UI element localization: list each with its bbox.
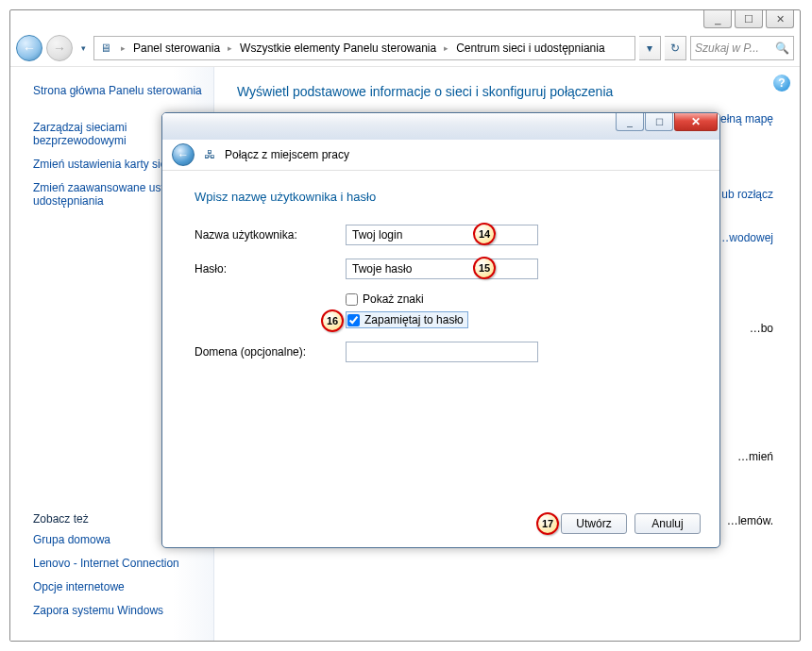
breadcrumb-sep-icon: ▸ <box>121 43 126 53</box>
dialog-minimize-button[interactable]: ⎯ <box>616 113 644 131</box>
dialog-back-button[interactable]: ← <box>172 143 195 166</box>
domain-field[interactable] <box>346 342 538 362</box>
dialog-close-button[interactable]: ✕ <box>674 113 718 131</box>
location-icon: 🖥 <box>98 41 113 56</box>
show-chars-label: Pokaż znaki <box>363 292 424 306</box>
breadcrumb-sep-icon: ▸ <box>444 43 448 53</box>
domain-label: Domena (opcjonalne): <box>195 345 346 359</box>
window-caption-buttons: ⎯ ☐ ✕ <box>703 10 794 28</box>
remember-password-label: Zapamiętaj to hasło <box>364 313 464 326</box>
address-dropdown-icon[interactable]: ▾ <box>639 36 661 60</box>
connect-workplace-dialog: ⎯ ☐ ✕ ← 🖧 Połącz z miejscem pracy Wpisz … <box>161 112 720 548</box>
maximize-button[interactable]: ☐ <box>735 10 763 28</box>
password-label: Hasło: <box>195 262 346 275</box>
annotation-16: 16 <box>321 309 344 332</box>
create-button[interactable]: Utwórz <box>561 513 627 534</box>
search-input[interactable]: Szukaj w P... 🔍 <box>690 36 794 60</box>
dialog-header: ← 🖧 Połącz z miejscem pracy <box>162 140 719 171</box>
dialog-title: Połącz z miejscem pracy <box>225 148 349 161</box>
search-icon: 🔍 <box>775 42 789 55</box>
help-icon[interactable]: ? <box>773 75 790 92</box>
remember-password-checkbox[interactable] <box>347 314 360 326</box>
sidebar-item-home[interactable]: Strona główna Panelu sterowania <box>33 84 204 97</box>
refresh-button[interactable]: ↻ <box>665 36 686 60</box>
breadcrumb-sep-icon: ▸ <box>228 43 232 53</box>
workplace-icon: 🖧 <box>202 147 217 162</box>
sidebar-item-lenovo[interactable]: Lenovo - Internet Connection <box>33 557 204 570</box>
dialog-heading: Wpisz nazwę użytkownika i hasło <box>195 190 687 204</box>
minimize-button[interactable]: ⎯ <box>703 10 732 28</box>
breadcrumb[interactable]: Wszystkie elementy Panelu sterowania <box>240 42 436 55</box>
dialog-footer: 17 Utwórz Anuluj <box>561 513 701 534</box>
history-dropdown-icon[interactable]: ▾ <box>76 41 90 56</box>
back-button[interactable]: ← <box>16 35 42 61</box>
forward-button[interactable]: → <box>46 35 73 61</box>
address-bar[interactable]: 🖥 ▸ Panel sterowania ▸ Wszystkie element… <box>93 36 635 60</box>
sidebar-item-internet-options[interactable]: Opcje internetowe <box>33 580 204 593</box>
nav-toolbar: ← → ▾ 🖥 ▸ Panel sterowania ▸ Wszystkie e… <box>10 30 800 67</box>
show-chars-checkbox[interactable] <box>346 293 358 306</box>
page-title: Wyświetl podstawowe informacje o sieci i… <box>237 84 777 99</box>
cancel-button[interactable]: Anuluj <box>634 513 701 534</box>
breadcrumb[interactable]: Centrum sieci i udostępniania <box>456 42 604 55</box>
password-field[interactable] <box>346 259 538 279</box>
breadcrumb[interactable]: Panel sterowania <box>133 42 220 55</box>
annotation-15: 15 <box>473 257 496 279</box>
username-field[interactable] <box>346 225 538 245</box>
dialog-body: Wpisz nazwę użytkownika i hasło Nazwa uż… <box>162 171 719 362</box>
annotation-17: 17 <box>536 512 559 535</box>
search-placeholder: Szukaj w P... <box>695 42 759 55</box>
annotation-14: 14 <box>473 223 496 245</box>
dialog-maximize-button[interactable]: ☐ <box>645 113 673 131</box>
close-button[interactable]: ✕ <box>766 10 794 28</box>
username-label: Nazwa użytkownika: <box>195 228 346 242</box>
sidebar-item-firewall[interactable]: Zapora systemu Windows <box>33 604 204 617</box>
dialog-titlebar: ⎯ ☐ ✕ <box>162 113 719 140</box>
